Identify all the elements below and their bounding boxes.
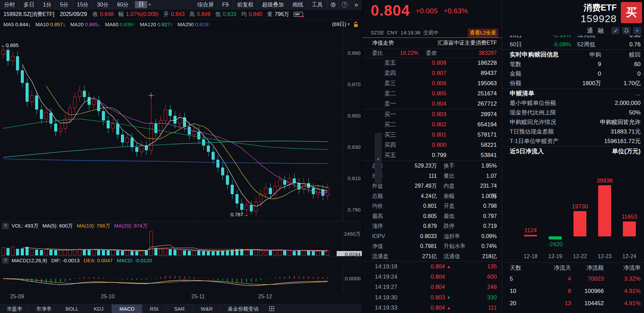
etf-info-panel: 消费ETF 159928 买 通 融 + 20日 -2.99% 52周高 0.9… (502, 0, 644, 313)
ma5-value: 0.844↓ (15, 21, 31, 27)
low-label: 低 (215, 11, 221, 18)
more-ellipsis-icon[interactable]: … (601, 89, 641, 98)
ask-row-5[interactable]: 卖五0.808186228 (363, 58, 502, 68)
tick-row: 14:19:300.803▼330 (363, 293, 502, 303)
ask-row-1[interactable]: 卖一0.804267712 (363, 99, 502, 109)
more-chevrons-icon[interactable]: » (350, 0, 362, 10)
wp-monitor-icon[interactable]: WP (294, 12, 303, 17)
tab-kdj[interactable]: KDJ (86, 304, 112, 313)
symbol-code: 159928.SZ[消费ETF] (3, 11, 54, 18)
date-axis-label: 25-09 (10, 294, 24, 300)
buy-button[interactable]: 买 (621, 2, 642, 23)
period-fenshi[interactable]: 分时 (0, 0, 19, 10)
composite-screen-button[interactable]: 综合屏 (193, 0, 218, 10)
ma60-value: 0.839↑ (120, 21, 135, 27)
super-overlay-button[interactable]: 超级叠加 (258, 0, 288, 10)
volume-bars-chart[interactable]: 2450万 (0, 231, 362, 256)
volume-ma20: MA(20): 874万 (114, 223, 148, 229)
svg-text:39936: 39936 (597, 177, 613, 184)
market-status-row: SZSE CNY 14:19:36 交易中 查看L2全景 (363, 29, 502, 37)
ask-row-2[interactable]: 卖二0.805251674 (363, 89, 502, 99)
bid-row-2[interactable]: 买二0.802654194 (363, 120, 502, 130)
help-icon[interactable]: ? (339, 0, 350, 10)
main-candlestick-chart[interactable]: 0.8900.8700.8500.8300.8100.790←0.8950.78… (0, 29, 362, 221)
stat-row: 均价0.801开盘0.798 (363, 201, 502, 211)
period-duori[interactable]: 多日 (19, 0, 39, 10)
tab-macd[interactable]: MACD (112, 304, 142, 313)
volume-value: 796万 (275, 11, 289, 18)
period-day-selected[interactable]: 日 (135, 1, 147, 8)
tab-rsi[interactable]: RSI (142, 304, 166, 313)
bid-row-3[interactable]: 买三0.801578171 (363, 130, 502, 140)
add-plus-icon[interactable]: + (633, 27, 641, 34)
ma250-label: MA250 (178, 21, 194, 27)
ma60-label: MA60 (105, 21, 118, 27)
unlock-icon[interactable] (353, 21, 358, 27)
high-value: 0.849 (197, 11, 211, 17)
period-caret-icon[interactable]: ▼ (147, 3, 153, 6)
rong-tag: 融 (598, 27, 604, 35)
weicha-value: 383287 (437, 48, 497, 58)
tab-sar[interactable]: SAR (166, 304, 193, 313)
bid-row-5[interactable]: 买五0.79953841 (363, 150, 502, 160)
period-1min[interactable]: 1分 (39, 0, 56, 10)
period-5min[interactable]: 5分 (56, 0, 73, 10)
alert-bell-icon[interactable] (622, 27, 630, 34)
amplitude-label: 幅 (119, 11, 124, 18)
bid-row-1[interactable]: 买一0.80328974 (363, 109, 502, 120)
macd-chart[interactable]: 0.0000 (0, 264, 362, 292)
svg-text:12-24: 12-24 (623, 253, 637, 259)
view-l2-link[interactable]: 查看L2全景 (468, 29, 498, 37)
currency-label: CNY (387, 29, 398, 37)
stat-row: 涨停0.879跌停0.719 (363, 221, 502, 231)
netflow-bar-chart[interactable]: 112412-18-242012-191973012-223993612-231… (502, 156, 644, 262)
grid-layout-icon[interactable] (266, 304, 278, 313)
tab-boll[interactable]: BOLL (59, 304, 86, 313)
period-60min[interactable]: 60分 (113, 0, 133, 10)
volume-pane-legend: ? VOL: 493万 MA(5): 600万 MA(10): 768万 MA(… (0, 221, 362, 231)
nav-trend-label[interactable]: 净值走势 (372, 38, 394, 48)
ask-row-4[interactable]: 卖四0.80789437 (363, 68, 502, 78)
quote-time: 14:19:36 (401, 29, 420, 37)
stat-row: 总量529.23万换手1.95% (363, 161, 502, 171)
price-header: 0.804 +0.005 +0.63% (363, 0, 502, 29)
list-row: 最小申赎单位份额2,000,000 (502, 98, 644, 108)
netflow-header: 近5日净流入 单位(万元) (502, 146, 644, 156)
tools-button[interactable]: 工具 (308, 0, 327, 10)
forward-adjust-button[interactable]: 前复权 (233, 0, 258, 10)
svg-text:-2420: -2420 (548, 241, 563, 248)
svg-text:1124: 1124 (524, 227, 537, 234)
period-dropdown-icon[interactable]: ▼ (347, 22, 351, 26)
f9-button[interactable]: F9 (218, 0, 233, 10)
netflow-title: 近5日净流入 (510, 146, 544, 156)
tab-wr[interactable]: W&R (193, 304, 221, 313)
edit-pencil-icon[interactable] (611, 27, 619, 34)
panel-header: 消费ETF 159928 买 (502, 0, 644, 26)
bid-row-4[interactable]: 买四0.80058221 (363, 140, 502, 150)
open-value: 0.843 (171, 11, 185, 17)
list-row: 申购赎回允许情况申购赎回皆允许 (502, 118, 644, 127)
visible-period-label[interactable]: (69日) (332, 21, 346, 28)
tab-pe-ratio[interactable]: 市盈率 (0, 304, 29, 313)
macd-help-icon[interactable]: ? (2, 257, 9, 264)
weicha-label: 委差 (426, 48, 437, 58)
tick-up-icon: ▲ (445, 303, 453, 313)
period-30min[interactable]: 30分 (93, 0, 113, 10)
amplitude-value: 1.07%(0.009) (126, 11, 159, 17)
price-change: +0.005 (416, 7, 438, 15)
period-15min[interactable]: 15分 (73, 0, 93, 10)
tong-tag: 通 (587, 27, 593, 35)
stat-row: 总额4.24亿振幅1.00% (363, 191, 502, 201)
panel-collapse-tab[interactable]: » (375, 133, 382, 185)
macd-dea: DEA: 0.0047 (84, 257, 113, 263)
tab-fund-share-change[interactable]: 基金份额变动 (221, 304, 266, 313)
ma120-value: 0.827↑ (157, 21, 173, 27)
draw-line-button[interactable]: 画线 (288, 0, 308, 10)
tab-pb-ratio[interactable]: 市净率 (29, 304, 59, 313)
list-row: 现金替代比例上限50% (502, 108, 644, 118)
settings-gear-icon[interactable] (327, 0, 339, 10)
creation-row-shares: 份额1800万1.70亿 (502, 79, 644, 88)
volume-help-icon[interactable]: ? (2, 223, 9, 229)
ask-row-3[interactable]: 卖三0.806195063 (363, 78, 502, 89)
tick-down-icon: ▼ (445, 293, 453, 303)
